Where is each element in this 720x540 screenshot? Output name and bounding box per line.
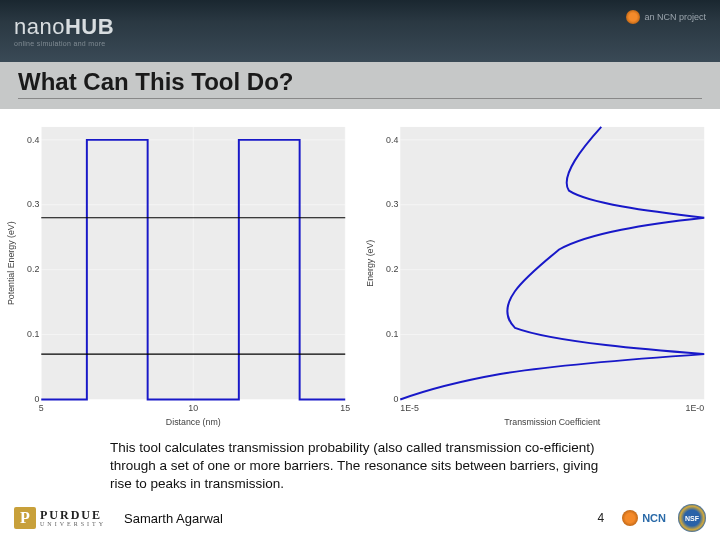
page-title: What Can This Tool Do?	[18, 68, 702, 96]
x-axis-label: Distance (nm)	[166, 417, 221, 427]
nsf-text: NSF	[685, 515, 699, 522]
x-tick: 1E-5	[400, 403, 419, 413]
ncn-footer-badge: NCN	[622, 510, 666, 526]
footer: P PURDUE UNIVERSITY Samarth Agarwal 4 NC…	[0, 496, 720, 540]
y-tick: 0.2	[386, 264, 398, 274]
chart-transmission: 0 0.1 0.2 0.3 0.4 1E-5 1E-0 Transmission…	[363, 115, 716, 433]
x-tick: 1E-0	[686, 403, 705, 413]
x-tick: 5	[39, 403, 44, 413]
y-axis-label: Energy (eV)	[365, 240, 375, 287]
ncn-footer-text: NCN	[642, 512, 666, 524]
logo-main: nanoHUB	[14, 16, 114, 38]
ncn-swirl-icon	[626, 10, 640, 24]
logo-nano: nano	[14, 14, 65, 39]
y-tick: 0.3	[27, 199, 39, 209]
purdue-text: PURDUE UNIVERSITY	[40, 509, 106, 527]
ncn-swirl-icon	[622, 510, 638, 526]
author-name: Samarth Agarwal	[124, 511, 223, 526]
x-axis-label: Transmission Coefficient	[504, 417, 601, 427]
page-number: 4	[597, 511, 604, 525]
chart-transmission-svg: 0 0.1 0.2 0.3 0.4 1E-5 1E-0 Transmission…	[363, 115, 716, 433]
y-tick: 0.1	[27, 329, 39, 339]
header-band: nanoHUB online simulation and more an NC…	[0, 0, 720, 62]
ncn-project-badge: an NCN project	[626, 10, 706, 24]
purdue-name: PURDUE	[40, 509, 106, 521]
title-underline	[18, 98, 702, 99]
purdue-p-icon: P	[14, 507, 36, 529]
purdue-sub: UNIVERSITY	[40, 521, 106, 527]
chart-potential: 0 0.1 0.2 0.3 0.4 5 10 15 Distance (nm) …	[4, 115, 357, 433]
nanohub-logo: nanoHUB online simulation and more	[14, 16, 114, 47]
y-tick: 0.1	[386, 329, 398, 339]
x-tick: 15	[340, 403, 350, 413]
y-tick: 0.4	[27, 135, 39, 145]
logo-hub: HUB	[65, 14, 114, 39]
y-tick: 0.3	[386, 199, 398, 209]
y-tick: 0	[393, 394, 398, 404]
chart-potential-svg: 0 0.1 0.2 0.3 0.4 5 10 15 Distance (nm) …	[4, 115, 357, 433]
y-axis-label: Potential Energy (eV)	[6, 221, 16, 305]
ncn-project-text: an NCN project	[644, 12, 706, 22]
title-bar: What Can This Tool Do?	[0, 62, 720, 109]
purdue-logo: P PURDUE UNIVERSITY	[14, 507, 106, 529]
x-tick: 10	[188, 403, 198, 413]
description-text: This tool calculates transmission probab…	[0, 435, 720, 496]
charts-row: 0 0.1 0.2 0.3 0.4 5 10 15 Distance (nm) …	[0, 109, 720, 435]
y-tick: 0.2	[27, 264, 39, 274]
logo-tagline: online simulation and more	[14, 40, 114, 47]
nsf-logo: NSF	[678, 504, 706, 532]
y-tick: 0.4	[386, 135, 398, 145]
svg-rect-9	[400, 127, 704, 400]
